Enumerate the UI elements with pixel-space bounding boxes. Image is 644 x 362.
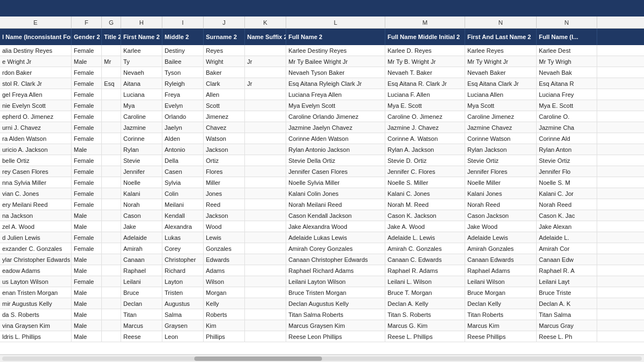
table-cell: Mya E. Scott: [537, 100, 597, 111]
table-cell: Male: [72, 298, 102, 309]
table-cell: Marcus Kim: [465, 320, 537, 331]
table-row: ldris L. PhillipsMaleReeseLeonPhillipsRe…: [0, 331, 644, 342]
table-cell: Alexandra: [162, 221, 204, 232]
table-cell: Reyes: [204, 45, 245, 56]
table-cell: Corey: [162, 243, 204, 254]
table-cell: Jake Alexandra Wood: [286, 221, 385, 232]
table-cell: [102, 309, 121, 320]
table-cell: Jackson: [204, 144, 245, 155]
table-row: uricio A. JacksonMaleRylanAntonioJackson…: [0, 144, 644, 155]
table-cell: [102, 122, 121, 133]
table-cell: Male: [72, 331, 102, 342]
table-cell: Kalani C. Jor: [537, 188, 597, 199]
table-cell: Declan: [121, 298, 162, 309]
table-cell: Miller: [204, 177, 245, 188]
table-cell: Jazmine: [121, 122, 162, 133]
table-cell: d Julien Lewis: [0, 232, 72, 243]
table-cell: Lukas: [162, 232, 204, 243]
table-cell: exzander C. Gonzales: [0, 243, 72, 254]
table-cell: [245, 221, 286, 232]
table-cell: Jennifer C. Flores: [385, 166, 465, 177]
table-cell: [102, 155, 121, 166]
table-cell: Amirah C. Gonzales: [385, 243, 465, 254]
table-cell: Jazmine Cha: [537, 122, 597, 133]
table-cell: [102, 232, 121, 243]
table-cell: epherd O. Jimenez: [0, 111, 72, 122]
table-cell: Rylan: [121, 144, 162, 155]
table-cell: Chavez: [204, 122, 245, 133]
table-cell: [245, 133, 286, 144]
table-cell: Caroline: [121, 111, 162, 122]
table-cell: [102, 254, 121, 265]
table-cell: [245, 45, 286, 56]
table-cell: Christopher: [162, 254, 204, 265]
table-cell: Raphael Richard Adams: [286, 265, 385, 276]
table-cell: Mya Scott: [465, 100, 537, 111]
table-row: nie Evelyn ScottFemaleMyaEvelynScottMya …: [0, 100, 644, 111]
table-cell: Titan Salma: [537, 309, 597, 320]
table-cell: Leilani Wilson: [465, 276, 537, 287]
table-cell: Female: [72, 177, 102, 188]
table-cell: ery Meilani Reed: [0, 199, 72, 210]
table-cell: Male: [72, 320, 102, 331]
table-row: vian C. JonesFemaleKalaniColinJonesKalan…: [0, 188, 644, 199]
table-row: mir Augustus KellyMaleDeclanAugustusKell…: [0, 298, 644, 309]
table-cell: urni J. Chavez: [0, 122, 72, 133]
table-cell: Leilani L. Wilson: [385, 276, 465, 287]
table-cell: Kim: [204, 320, 245, 331]
scrollbar-thumb[interactable]: [194, 356, 322, 361]
table-cell: Reese: [121, 331, 162, 342]
table-cell: [245, 188, 286, 199]
table-cell: stol R. Clark Jr: [0, 78, 72, 89]
table-row: alia Destiny ReyesFemaleKarleeDestinyRey…: [0, 45, 644, 56]
table-cell: [245, 298, 286, 309]
spreadsheet: E F G H I J K L M N N l Name (Inconsista…: [0, 0, 644, 362]
table-cell: Esq Aitana Clark Jr: [465, 78, 537, 89]
table-cell: Cason Kendall Jackson: [286, 210, 385, 221]
table-cell: Female: [72, 67, 102, 78]
table-cell: Esq: [102, 78, 121, 89]
table-body: alia Destiny ReyesFemaleKarleeDestinyRey…: [0, 45, 644, 354]
table-cell: Adelaide: [121, 232, 162, 243]
table-cell: [102, 199, 121, 210]
table-cell: Norah: [121, 199, 162, 210]
table-cell: Augustus: [162, 298, 204, 309]
table-cell: Aitana: [121, 78, 162, 89]
table-cell: Reese L. Phillips: [385, 331, 465, 342]
table-cell: Layton: [162, 276, 204, 287]
table-cell: [245, 89, 286, 100]
table-row: enan Tristen MorganMaleBruceTristenMorga…: [0, 287, 644, 298]
table-cell: Noelle S. Miller: [385, 177, 465, 188]
table-cell: [245, 210, 286, 221]
table-cell: Casen: [162, 166, 204, 177]
col-header-o: N: [537, 17, 597, 28]
table-cell: vina Graysen Kim: [0, 320, 72, 331]
table-cell: Karlee D. Reyes: [385, 45, 465, 56]
table-cell: Female: [72, 45, 102, 56]
table-cell: Mr: [102, 56, 121, 67]
table-cell: Amirah Cor: [537, 243, 597, 254]
table-cell: alia Destiny Reyes: [0, 45, 72, 56]
table-cell: Kalani Jones: [465, 188, 537, 199]
table-cell: Stevie Ortiz: [537, 155, 597, 166]
table-cell: Female: [72, 122, 102, 133]
table-cell: Kalani Colin Jones: [286, 188, 385, 199]
table-cell: Jennifer Flores: [465, 166, 537, 177]
table-cell: [102, 144, 121, 155]
table-cell: gel Freya Allen: [0, 89, 72, 100]
table-cell: Edwards: [204, 254, 245, 265]
table-cell: Mya Evelyn Scott: [286, 100, 385, 111]
scrollbar-track[interactable]: [2, 356, 642, 361]
horizontal-scrollbar[interactable]: [0, 354, 644, 362]
table-cell: Luciana Freya Allen: [286, 89, 385, 100]
table-cell: Kelly: [204, 298, 245, 309]
table-cell: Adelaide L. Lewis: [385, 232, 465, 243]
table-cell: Male: [72, 221, 102, 232]
table-cell: Female: [72, 111, 102, 122]
table-cell: Declan A. Kelly: [385, 298, 465, 309]
table-row: ra Alden WatsonFemaleCorinneAldenWatsonC…: [0, 133, 644, 144]
table-cell: Roberts: [204, 309, 245, 320]
table-cell: Noelle S. M: [537, 177, 597, 188]
table-cell: [102, 287, 121, 298]
table-cell: Jake A. Wood: [385, 221, 465, 232]
